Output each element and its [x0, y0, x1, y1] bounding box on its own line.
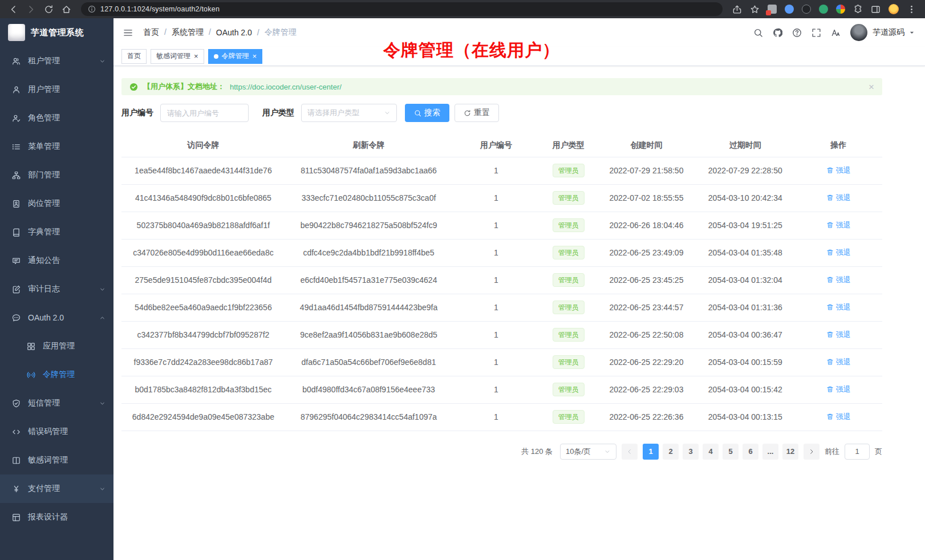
- extension-icon-5[interactable]: [836, 5, 845, 14]
- user-type-cell: 管理员: [540, 403, 597, 431]
- tab-token[interactable]: 令牌管理×: [208, 49, 263, 64]
- search-icon[interactable]: [753, 28, 763, 38]
- extension-icon-2[interactable]: [785, 5, 794, 14]
- tab-close-icon[interactable]: ×: [253, 52, 257, 60]
- force-logout-button[interactable]: 强退: [826, 275, 851, 285]
- prev-page-button[interactable]: [622, 444, 638, 460]
- browser-profile-avatar[interactable]: [889, 4, 899, 14]
- sidebar-item-role[interactable]: 角色管理: [0, 104, 113, 132]
- force-logout-button[interactable]: 强退: [826, 302, 851, 313]
- home-icon[interactable]: [62, 5, 71, 14]
- sms-icon: [12, 399, 21, 408]
- force-logout-button[interactable]: 强退: [826, 193, 851, 203]
- page-button-6[interactable]: 6: [743, 444, 758, 460]
- side-panel-icon[interactable]: [871, 5, 881, 14]
- sidebar-item-dict[interactable]: 字典管理: [0, 218, 113, 246]
- browser-menu-icon[interactable]: [907, 5, 916, 14]
- sidebar-item-audit-log[interactable]: 审计日志: [0, 275, 113, 303]
- sidebar-item-dept[interactable]: 部门管理: [0, 161, 113, 189]
- screenshot-root: 127.0.0.1:1024/system/oauth2/token 芋道管理系…: [0, 0, 925, 560]
- banner-link[interactable]: https://doc.iocoder.cn/user-center/: [230, 83, 342, 91]
- chevron-down-icon: [384, 109, 391, 116]
- page-ellipsis-button[interactable]: ...: [762, 444, 778, 460]
- forward-icon[interactable]: [26, 5, 36, 14]
- top-navbar: 首页 系统管理 OAuth 2.0 令牌管理 芋道源码: [113, 18, 925, 47]
- reload-icon[interactable]: [44, 5, 54, 14]
- tab-sensitive-word[interactable]: 敏感词管理×: [151, 49, 204, 64]
- next-page-button[interactable]: [804, 444, 819, 460]
- force-logout-button[interactable]: 强退: [826, 220, 851, 230]
- search-icon: [414, 109, 421, 117]
- site-info-icon[interactable]: [88, 5, 96, 13]
- create-time-cell: 2022-06-25 22:26:36: [597, 403, 696, 431]
- sidebar-item-tenant[interactable]: 租户管理: [0, 47, 113, 75]
- page-button-1[interactable]: 1: [643, 444, 659, 460]
- force-logout-button[interactable]: 强退: [826, 357, 851, 367]
- sidebar-item-user[interactable]: 用户管理: [0, 75, 113, 104]
- user-avatar[interactable]: [850, 24, 867, 41]
- sidebar-item-report-designer[interactable]: 报表设计器: [0, 503, 113, 531]
- page-size-select[interactable]: 10条/页: [560, 444, 616, 460]
- sidebar-item-sms[interactable]: 短信管理: [0, 389, 113, 417]
- force-logout-button[interactable]: 强退: [826, 412, 851, 422]
- address-bar[interactable]: 127.0.0.1:1024/system/oauth2/token: [81, 2, 723, 16]
- access-token-cell: 502375b8040a469a9b82188afdf6af1f: [121, 212, 285, 239]
- back-icon[interactable]: [9, 5, 18, 14]
- user-id-cell: 1: [452, 376, 539, 403]
- column-header-5: 过期时间: [696, 134, 794, 157]
- extension-icon-1[interactable]: [768, 5, 777, 14]
- user-id-input[interactable]: [160, 104, 249, 122]
- sidebar-item-post[interactable]: 岗位管理: [0, 189, 113, 218]
- page-button-12[interactable]: 12: [782, 444, 798, 460]
- user-id-cell: 1: [452, 348, 539, 376]
- sidebar-item-error-code[interactable]: 错误码管理: [0, 417, 113, 446]
- page-button-2[interactable]: 2: [663, 444, 679, 460]
- breadcrumb-item-oauth2[interactable]: OAuth 2.0: [216, 28, 265, 37]
- github-icon[interactable]: [773, 28, 782, 38]
- page-button-4[interactable]: 4: [703, 444, 719, 460]
- help-icon[interactable]: [792, 28, 802, 38]
- force-logout-label: 强退: [836, 330, 851, 340]
- tab-home[interactable]: 首页: [121, 49, 147, 64]
- share-icon[interactable]: [732, 5, 742, 14]
- sidebar-item-label: 敏感词管理: [28, 455, 68, 465]
- goto-suffix: 页: [875, 447, 882, 457]
- extension-icon-4[interactable]: [819, 5, 828, 14]
- fullscreen-icon[interactable]: [812, 28, 821, 38]
- sidebar-item-oauth2-token[interactable]: 令牌管理: [0, 360, 113, 389]
- table-row: 6d842e2924594de9a09e45e087323abe8796295f…: [121, 403, 882, 431]
- page-button-3[interactable]: 3: [683, 444, 699, 460]
- tab-close-icon[interactable]: ×: [194, 52, 198, 60]
- force-logout-button[interactable]: 强退: [826, 384, 851, 395]
- user-type-cell: 管理员: [540, 266, 597, 294]
- breadcrumb-item-home[interactable]: 首页: [143, 27, 172, 38]
- banner-close-icon[interactable]: ×: [869, 82, 874, 92]
- force-logout-label: 强退: [836, 412, 851, 422]
- sidebar-item-pay[interactable]: 支付管理: [0, 474, 113, 503]
- page-button-5[interactable]: 5: [723, 444, 739, 460]
- force-logout-button[interactable]: 强退: [826, 330, 851, 340]
- user-type-cell: 管理员: [540, 348, 597, 376]
- sidebar-item-menu[interactable]: 菜单管理: [0, 132, 113, 161]
- extensions-puzzle-icon[interactable]: [853, 5, 863, 14]
- sidebar-item-oauth2-app[interactable]: 应用管理: [0, 332, 113, 360]
- collapse-sidebar-icon[interactable]: [123, 28, 133, 38]
- sidebar-item-notice[interactable]: 通知公告: [0, 246, 113, 275]
- refresh-token-cell: 9ce8ef2aa9f14056b831ae9b608e28d5: [285, 321, 452, 348]
- caret-down-icon[interactable]: [908, 29, 915, 36]
- app-logo[interactable]: 芋道管理系统: [0, 18, 113, 47]
- goto-page-input[interactable]: [845, 444, 870, 460]
- force-logout-button[interactable]: 强退: [826, 165, 851, 176]
- sidebar-item-sensitive-word[interactable]: 敏感词管理: [0, 446, 113, 474]
- force-logout-button[interactable]: 强退: [826, 247, 851, 258]
- search-button[interactable]: 搜索: [405, 104, 449, 122]
- chevron-right-icon: [808, 448, 815, 455]
- bookmark-star-icon[interactable]: [750, 5, 760, 14]
- sidebar-item-oauth2[interactable]: OAuth 2.0: [0, 303, 113, 332]
- user-type-select[interactable]: 请选择用户类型: [301, 104, 397, 122]
- breadcrumb-item-system[interactable]: 系统管理: [172, 27, 216, 38]
- font-size-icon[interactable]: [831, 28, 841, 38]
- expire-time-cell: 2054-03-04 00:13:15: [696, 403, 794, 431]
- reset-button[interactable]: 重置: [455, 104, 499, 122]
- extension-icon-3[interactable]: [802, 5, 811, 14]
